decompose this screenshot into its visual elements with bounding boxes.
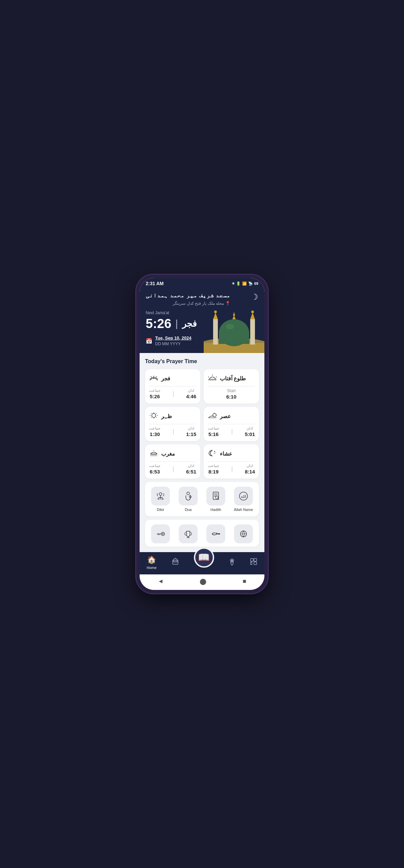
svg-point-41 [215,453,215,453]
asr-name: عصر [220,413,231,419]
nav-mosque[interactable] [171,558,180,567]
svg-point-46 [187,492,190,495]
maghrib-jamaat-block: جماعت 6:53 [149,464,161,474]
quick-item-dua[interactable]: Dua [176,487,200,512]
recent-button[interactable]: ■ [243,578,247,585]
mosque-image [204,302,264,353]
dikir-label: Dikir [157,508,164,512]
svg-line-18 [208,377,209,377]
zuhr-header: ظہر [149,412,196,421]
nav-quran-center[interactable]: 📖 [194,547,214,568]
next-prayer-time: 5:26 [146,317,171,331]
maghrib-separator: | [173,465,174,472]
svg-line-29 [151,417,152,418]
allah-name-icon-box: الله [234,487,253,506]
date-format: DD MM YYYY [155,341,191,347]
asr-header: عصر [208,412,255,421]
back-button[interactable]: ◄ [158,578,164,585]
svg-rect-73 [251,562,252,565]
zuhr-divider [149,424,196,424]
prayer-row-3: مغرب جماعت 6:53 | اذان [145,444,259,479]
phone-screen: 2:31 AM ✶ 🔋 📶 📡 69 مسجد شریف میر محمد ہم… [140,278,264,590]
battery-percent: 69 [254,281,258,286]
isha-jamaat-block: جماعت 8:19 [208,464,219,474]
fajr-name: فجر [161,375,170,382]
sunrise-divider [208,386,255,386]
quick-grid-1: Dikir Dua Hadith [148,487,256,512]
bluetooth-icon: ✶ [232,281,235,286]
date-gregorian: Tue, Sep 10, 2024 [155,335,191,341]
globe-icon-box [234,524,253,543]
zuhr-azan-label: اذان [186,426,196,431]
fajr-icon [149,374,158,383]
moon-icon[interactable]: ☽ [251,292,258,302]
fajr-divider [149,386,196,386]
sunrise-name: طلوع آفتاب [220,375,246,382]
svg-point-4 [226,324,234,329]
nav-home[interactable]: 🏠 Home [147,555,156,570]
svg-line-14 [151,376,152,377]
wifi-icon: 📡 [248,281,253,286]
hadith-label: Hadith [210,508,221,512]
fajr-azan-time: 4:46 [186,394,196,399]
nav-grid[interactable] [250,558,257,567]
sunrise-time: 6:10 [208,394,255,400]
zuhr-jamaat-time: 1:30 [149,431,161,437]
isha-icon [208,449,217,459]
fajr-jamaat-block: جماعت 5:26 [149,388,161,399]
svg-line-28 [156,417,157,418]
location-nav-icon [228,558,236,568]
svg-point-22 [152,413,156,417]
fish-icon-box [206,524,225,543]
dikir-icon-box [151,487,170,506]
svg-rect-70 [251,559,253,561]
calendar-icon: 📅 [146,338,152,344]
asr-jamaat-label: جماعت [208,426,219,431]
zuhr-separator: | [173,428,174,435]
fajr-azan-block: اذان 4:46 [186,388,196,399]
svg-line-15 [156,376,157,377]
quick-item-allah-name[interactable]: الله Allah Name [231,487,256,512]
asr-azan-block: اذان 5:01 [245,426,255,437]
svg-point-44 [158,498,159,499]
home-button[interactable]: ⬤ [200,578,206,585]
zuhr-icon [149,412,158,421]
nav-location[interactable] [228,558,236,568]
prayer-card-fajr: فجر جماعت 5:26 | اذان [145,369,200,404]
maghrib-jamaat-label: جماعت [149,464,161,468]
quick-item-trophy[interactable] [176,524,200,543]
svg-text:الله: الله [241,494,246,498]
isha-divider [208,461,255,462]
svg-rect-72 [254,562,257,565]
dua-label: Dua [185,508,192,512]
phone-frame: 2:31 AM ✶ 🔋 📶 📡 69 مسجد شریف میر محمد ہم… [136,275,268,593]
fajr-separator: | [173,390,174,397]
status-icons: ✶ 🔋 📶 📡 69 [232,281,258,286]
svg-point-61 [217,533,218,534]
isha-azan-time: 8:14 [245,469,255,474]
asr-times: جماعت 5:16 | اذان 5:01 [208,426,255,437]
zuhr-jamaat-label: جماعت [149,426,161,431]
maghrib-jamaat-time: 6:53 [149,469,161,474]
prayer-card-sunrise: طلوع آفتاب Start 6:10 [204,369,259,404]
svg-point-45 [162,498,163,499]
prayer-card-maghrib: مغرب جماعت 6:53 | اذان [145,444,200,479]
sunrise-header: طلوع آفتاب [208,374,255,383]
maghrib-azan-label: اذان [186,464,196,468]
quick-item-keys[interactable] [148,524,173,543]
quick-item-fish[interactable] [204,524,228,543]
svg-point-69 [231,560,233,561]
svg-point-13 [233,314,235,316]
asr-jamaat-time: 5:16 [208,431,219,437]
isha-jamaat-label: جماعت [208,464,219,468]
asr-jamaat-block: جماعت 5:16 [208,426,219,437]
quran-center-icon: 📖 [198,552,210,563]
fajr-jamaat-time: 5:26 [149,394,161,399]
zuhr-times: جماعت 1:30 | اذان 1:15 [149,426,196,437]
quick-item-dikir[interactable]: Dikir [148,487,173,512]
svg-point-43 [159,493,162,495]
quick-item-globe[interactable] [231,524,256,543]
quick-item-hadith[interactable]: Hadith [204,487,228,512]
svg-line-30 [156,413,157,414]
asr-azan-label: اذان [245,426,255,431]
